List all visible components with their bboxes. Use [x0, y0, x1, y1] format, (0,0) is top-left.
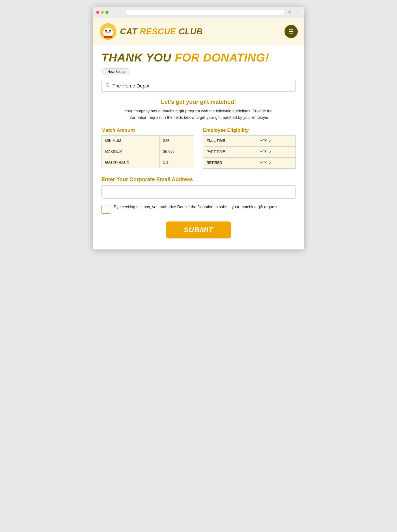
address-bar[interactable]: [126, 9, 284, 15]
svg-point-9: [110, 30, 110, 31]
match-minimum-label: MINIMUM: [102, 135, 160, 146]
nav-buttons: ‹ ›: [111, 9, 124, 15]
minimize-traffic-light[interactable]: [101, 11, 104, 14]
logo-cat: Cat: [120, 27, 137, 36]
eligibility-heading: Employee Eligibility: [203, 127, 296, 133]
thank-you-heading: Thank You For Donating!: [101, 51, 296, 64]
match-ratio-value: 1:1: [160, 157, 194, 168]
tables-section: Match Amount MINIMUM $25 MAXIMUM $5,000 …: [101, 127, 296, 169]
maximize-traffic-light[interactable]: [105, 11, 109, 14]
logo-text: Cat Rescue Club: [120, 27, 203, 36]
fulltime-check-icon: ✓: [268, 139, 272, 143]
expand-button[interactable]: ⤢: [295, 9, 301, 15]
match-amount-block: Match Amount MINIMUM $25 MAXIMUM $5,000 …: [101, 127, 194, 169]
corporate-email-input[interactable]: [101, 185, 296, 199]
logo-club: Club: [179, 27, 203, 36]
browser-window: ‹ › ↻ ⤢: [93, 7, 304, 249]
company-search-input[interactable]: [112, 83, 292, 89]
refresh-button[interactable]: ↻: [287, 9, 292, 15]
close-traffic-light[interactable]: [96, 11, 99, 14]
email-section: Enter Your Corporate Email Address: [101, 176, 296, 199]
match-maximum-value: $5,000: [160, 146, 194, 157]
authorize-checkbox[interactable]: [101, 205, 110, 214]
retired-label: RETIRED: [203, 157, 256, 168]
submit-wrap: SUBMIT: [101, 222, 296, 238]
svg-point-8: [106, 30, 106, 31]
table-row: RETIRED YES ✓: [203, 157, 296, 168]
logo-area: Cat Rescue Club: [99, 23, 203, 40]
retired-value: YES ✓: [256, 157, 296, 168]
table-row: MATCH RATIO 1:1: [102, 157, 194, 168]
match-ratio-label: MATCH RATIO: [102, 157, 160, 168]
email-label: Enter Your Corporate Email Address: [101, 176, 296, 182]
new-search-button[interactable]: ‹ New Search: [101, 68, 130, 75]
gift-matched-section: Let's get your gift matched! Your compan…: [101, 98, 296, 121]
fulltime-label: FULL TIME: [203, 135, 256, 146]
thank-you-accent-text: For Donating!: [175, 51, 269, 64]
menu-button[interactable]: ☰: [285, 25, 298, 38]
svg-line-17: [109, 86, 110, 87]
checkbox-section: By checking this box, you authorize Doub…: [101, 204, 296, 214]
parttime-value: YES ✓: [256, 146, 296, 157]
match-amount-table: MINIMUM $25 MAXIMUM $5,000 MATCH RATIO 1…: [101, 135, 194, 168]
forward-button[interactable]: ›: [118, 9, 124, 15]
checkbox-label: By checking this box, you authorize Doub…: [114, 204, 278, 210]
fulltime-value: YES ✓: [256, 135, 296, 146]
traffic-lights: [96, 11, 109, 14]
table-row: FULL TIME YES ✓: [203, 135, 296, 146]
eligibility-block: Employee Eligibility FULL TIME YES ✓ PAR…: [203, 127, 296, 169]
match-minimum-value: $25: [160, 135, 194, 146]
match-amount-heading: Match Amount: [101, 127, 194, 133]
gift-matched-heading: Let's get your gift matched!: [101, 98, 296, 105]
main-content: Thank You For Donating! ‹ New Search Let…: [93, 45, 304, 249]
browser-chrome: ‹ › ↻ ⤢: [93, 7, 304, 18]
parttime-label: PART TIME: [203, 146, 256, 157]
page-header: Cat Rescue Club ☰: [93, 18, 304, 45]
parttime-check-icon: ✓: [268, 150, 272, 154]
match-maximum-label: MAXIMUM: [102, 146, 160, 157]
svg-point-6: [105, 30, 107, 32]
eligibility-table: FULL TIME YES ✓ PART TIME YES ✓ RETIRED …: [203, 135, 296, 169]
search-bar: [101, 80, 296, 92]
svg-point-7: [109, 30, 111, 32]
table-row: MAXIMUM $5,000: [102, 146, 194, 157]
search-icon: [105, 83, 110, 89]
cat-logo-icon: [99, 23, 117, 40]
retired-check-icon: ✓: [268, 161, 272, 165]
back-button[interactable]: ‹: [111, 9, 117, 15]
svg-point-10: [107, 32, 109, 33]
thank-you-main-text: Thank You: [101, 51, 175, 64]
gift-matched-desc: Your company has a matching gift program…: [121, 108, 276, 121]
table-row: MINIMUM $25: [102, 135, 194, 146]
submit-button[interactable]: SUBMIT: [166, 222, 231, 238]
logo-rescue: Rescue: [140, 27, 176, 36]
table-row: PART TIME YES ✓: [203, 146, 296, 157]
